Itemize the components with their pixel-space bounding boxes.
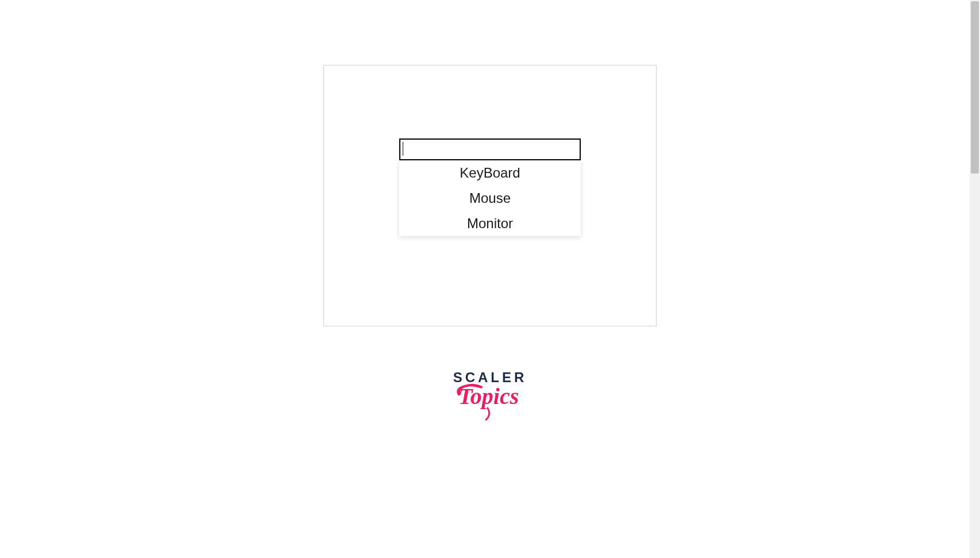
scrollbar-thumb[interactable] [971,1,979,174]
logo-text-topics: Topics [456,380,524,425]
dropdown-option[interactable]: Monitor [399,211,581,236]
text-cursor [403,142,403,156]
autocomplete-input[interactable] [399,138,581,160]
dropdown-option[interactable]: Mouse [399,186,581,211]
autocomplete-widget: KeyBoard Mouse Monitor [399,138,581,160]
scrollbar[interactable] [970,0,980,558]
svg-text:Topics: Topics [458,383,519,409]
page-content: KeyBoard Mouse Monitor SCALER Topics [0,0,980,425]
autocomplete-panel: KeyBoard Mouse Monitor [323,65,657,326]
brand-logo: SCALER Topics [453,370,527,425]
dropdown-option[interactable]: KeyBoard [399,160,581,186]
autocomplete-dropdown: KeyBoard Mouse Monitor [399,160,581,236]
